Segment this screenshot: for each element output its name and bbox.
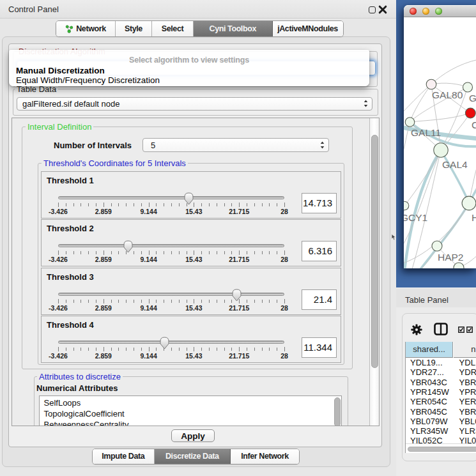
tab-jactivemnodules[interactable]: jActiveMNodules	[273, 21, 343, 36]
slider-major-tick	[149, 203, 150, 207]
slider-thumb[interactable]	[123, 240, 133, 253]
slider-major-tick	[239, 250, 240, 255]
table-row[interactable]: YBR045CYBR0	[406, 407, 476, 417]
slider-tick-label: 15.43	[185, 352, 202, 360]
slider-tick-label: 28	[280, 352, 288, 360]
scrollbar-track[interactable]	[369, 118, 380, 426]
slider-track[interactable]	[58, 244, 284, 247]
threshold-value-field[interactable]: 6.316	[302, 241, 337, 261]
slider-tick-label: 28	[280, 304, 288, 312]
float-window-icon[interactable]	[369, 6, 376, 13]
checkbox-icon-2[interactable]	[466, 326, 473, 333]
table-rows: YDL19...YDL1YDR27...YDR2YBR043CYBR0YPR14…	[406, 358, 476, 443]
slider-minor-tick	[141, 203, 142, 206]
slider-tick-label: 2.859	[95, 208, 112, 215]
network-window[interactable]: GAL80GACGAL11GAL4GCY1HHAP2	[404, 5, 476, 268]
slider-thumb[interactable]	[184, 192, 194, 205]
slider-minor-tick	[156, 348, 157, 351]
scrollbar-thumb[interactable]	[371, 135, 378, 368]
number-of-intervals-select[interactable]: 5	[142, 138, 329, 152]
network-node-GAL80[interactable]	[426, 79, 436, 89]
number-of-intervals-label: Number of Intervals	[54, 141, 132, 150]
slider-minor-tick	[217, 203, 217, 206]
threshold-value-field[interactable]: 11.344	[302, 337, 337, 358]
numerical-attributes-list[interactable]: SelfLoopsTopologicalCoefficientBetweenne…	[39, 395, 342, 426]
slider-minor-tick	[118, 300, 119, 303]
slider-minor-tick	[262, 348, 263, 351]
apply-button[interactable]: Apply	[171, 429, 215, 443]
table-row[interactable]: YIL052CYIL0	[406, 436, 476, 443]
list-scrollbar-thumb[interactable]	[334, 397, 341, 426]
table-h-scrollbar[interactable]	[406, 443, 476, 453]
slider-thumb[interactable]	[160, 337, 169, 349]
network-node-bottom-node[interactable]	[454, 263, 464, 268]
attribute-item[interactable]: BetweennessCentrality	[44, 420, 129, 426]
table-row[interactable]: YDL19...YDL1	[406, 358, 476, 367]
gear-icon[interactable]	[411, 324, 422, 335]
tab-infer-network[interactable]: Infer Network	[231, 449, 299, 464]
panel-title: Control Panel	[8, 4, 59, 14]
network-node-red-node[interactable]	[465, 108, 475, 118]
slider-minor-tick	[73, 300, 74, 303]
network-node-HAP2[interactable]	[432, 241, 442, 251]
network-node-label: HAP2	[438, 252, 464, 263]
column-header-name[interactable]: n	[454, 342, 476, 358]
slider-track[interactable]	[58, 196, 284, 199]
checkbox-icon-1[interactable]	[458, 326, 464, 333]
table-row[interactable]: YBL079WYBL0	[406, 417, 476, 426]
tab-style[interactable]: Style	[116, 21, 152, 36]
threshold-value-field[interactable]: 21.4	[302, 289, 337, 310]
slider-thumb[interactable]	[232, 289, 242, 302]
close-traffic-light[interactable]	[410, 8, 417, 15]
slider-track[interactable]	[58, 293, 284, 296]
network-node-GCY1[interactable]	[404, 201, 409, 210]
table-row[interactable]: YER054CYER0	[406, 397, 476, 406]
table-h-scrollbar-thumb[interactable]	[408, 447, 476, 452]
network-window-titlebar[interactable]	[404, 5, 476, 17]
network-edge	[431, 59, 476, 84]
slider-minor-tick	[201, 348, 202, 351]
network-node-GAL-right[interactable]	[463, 82, 473, 92]
slider-tick-label: -3.426	[49, 208, 68, 215]
network-node-H-node[interactable]	[462, 196, 476, 210]
network-canvas[interactable]: GAL80GACGAL11GAL4GCY1HHAP2	[404, 18, 476, 268]
network-node-GAL11[interactable]	[405, 118, 415, 127]
slider-minor-tick	[81, 300, 81, 303]
slider-tick-label: 15.43	[185, 304, 202, 312]
number-of-intervals-value: 5	[151, 140, 155, 150]
column-header-shared-name[interactable]: shared...	[406, 342, 453, 358]
popup-item-0[interactable]: Manual Discretization	[16, 66, 105, 75]
tab-cyni-toolbox[interactable]: Cyni Toolbox	[194, 21, 273, 36]
network-edge	[410, 84, 432, 122]
table-panel-container: shared... n YDL19...YDL1YDR27...YDR2YBR0…	[402, 313, 476, 461]
split-columns-icon[interactable]	[434, 323, 448, 335]
table-row[interactable]: YLR345WYLR3	[406, 426, 476, 436]
network-node-GAL4[interactable]	[434, 143, 448, 157]
table-row[interactable]: YPR145WYPR1	[406, 387, 476, 397]
numerical-attributes-label: Numerical Attributes	[36, 383, 118, 393]
popup-item-1[interactable]: Equal Width/Frequency Discretization	[16, 75, 160, 85]
slider-minor-tick	[217, 348, 217, 351]
slider-major-tick	[104, 299, 104, 303]
table-row[interactable]: YDR27...YDR2	[406, 367, 476, 377]
zoom-traffic-light[interactable]	[435, 8, 442, 15]
slider-track[interactable]	[58, 341, 284, 344]
tab-impute-data[interactable]: Impute Data	[93, 449, 155, 464]
close-icon[interactable]	[378, 5, 387, 14]
network-node-label: GCY1	[404, 212, 427, 223]
table-row[interactable]: YBR043CYBR0	[406, 378, 476, 387]
slider-minor-tick	[231, 251, 232, 254]
slider-major-tick	[284, 347, 285, 351]
slider-minor-tick	[73, 251, 74, 254]
minimize-traffic-light[interactable]	[422, 8, 429, 15]
table-data-select[interactable]: galFiltered.sif default node	[17, 97, 372, 111]
network-node-label: GAL80	[432, 89, 463, 100]
attribute-item[interactable]: TopologicalCoefficient	[44, 409, 125, 418]
tab-network[interactable]: Network	[56, 21, 116, 36]
tab-select[interactable]: Select	[152, 21, 194, 36]
slider-tick-label: 28	[280, 256, 288, 263]
tab-discretize-data[interactable]: Discretize Data	[155, 449, 231, 464]
slider-minor-tick	[247, 251, 247, 254]
attribute-item[interactable]: SelfLoops	[44, 398, 81, 408]
threshold-value-field[interactable]: 14.713	[302, 193, 337, 213]
